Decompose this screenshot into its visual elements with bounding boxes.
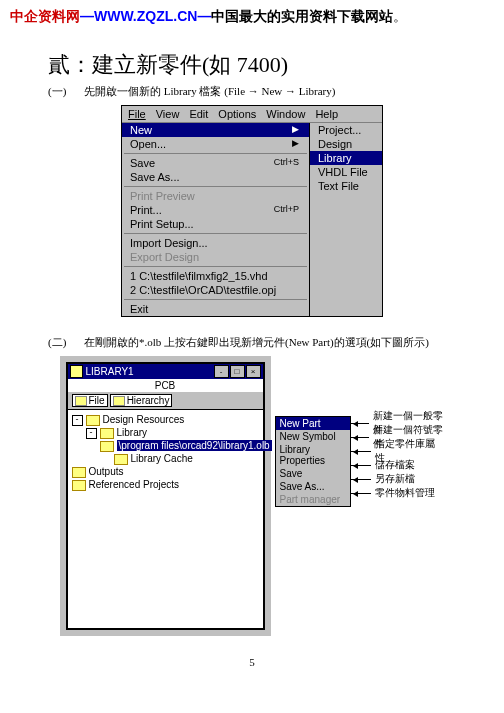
menu-help[interactable]: Help (315, 108, 338, 120)
step-2: (二) 在剛開啟的*.olb 上按右鍵即出現新增元件(New Part)的選項(… (48, 335, 456, 350)
menuitem[interactable]: Open...▶ (122, 137, 309, 151)
tab-file[interactable]: File (72, 394, 108, 407)
hdr-tail: 。 (393, 8, 407, 24)
annotations: 新建一個一般零件新建一個符號零件指定零件庫屬性儲存檔案另存新檔零件物料管理 (351, 416, 445, 507)
folder-icon (100, 441, 114, 452)
menu-view[interactable]: View (156, 108, 180, 120)
file-menu-col1: New▶Open...▶SaveCtrl+SSave As...Print Pr… (122, 123, 310, 316)
page-number: 5 (48, 656, 456, 668)
folder-icon (100, 428, 114, 439)
pcb-label: PCB (68, 379, 263, 392)
tree-node[interactable]: -Library (70, 427, 261, 440)
menuitem[interactable]: 2 C:\testfile\OrCAD\testfile.opj (122, 283, 309, 297)
step-2-num: (二) (48, 335, 74, 350)
menu-edit[interactable]: Edit (189, 108, 208, 120)
tree-node[interactable]: Outputs (70, 466, 261, 479)
menuitem[interactable]: Print...Ctrl+P (122, 203, 309, 217)
menuitem[interactable]: Import Design... (122, 236, 309, 250)
ctx-item[interactable]: New Symbol (276, 430, 350, 443)
max-button[interactable]: □ (230, 365, 245, 378)
tabs: FileHierarchy (68, 392, 263, 409)
window-title: LIBRARY1 (86, 366, 213, 377)
tree-node[interactable]: Referenced Projects (70, 479, 261, 492)
menuitem[interactable]: Save As... (122, 170, 309, 184)
step-1-text: 先開啟一個新的 Library 檔案 (File → New → Library… (84, 84, 335, 99)
page-header: 中企资料网—WWW.ZQZL.CN—中国最大的实用资料下载网站。 (0, 0, 504, 28)
context-menu: New PartNew SymbolLibrary PropertiesSave… (275, 416, 351, 507)
tree-node[interactable]: \program files\orcad92\library1.olb (70, 440, 261, 453)
menuitem[interactable]: Print Setup... (122, 217, 309, 231)
step-2-text: 在剛開啟的*.olb 上按右鍵即出現新增元件(New Part)的選項(如下圖所… (84, 335, 429, 350)
menubar: FileViewEditOptionsWindowHelp (122, 106, 382, 123)
folder-icon (72, 480, 86, 491)
hdr-dash2: — (197, 8, 211, 24)
step-1-num: (一) (48, 84, 74, 99)
folder-icon (114, 454, 128, 465)
tree-pane: -Design Resources-Library\program files\… (68, 409, 263, 628)
annotation: 零件物料管理 (351, 486, 445, 500)
menu-file[interactable]: File (128, 108, 146, 120)
close-button[interactable]: × (246, 365, 261, 378)
hdr-dash1: — (80, 8, 94, 24)
submenu-item[interactable]: Design (310, 137, 382, 151)
section-title: 貳：建立新零件(如 7400) (48, 50, 456, 80)
menuitem[interactable]: Exit (122, 302, 309, 316)
menuitem[interactable]: SaveCtrl+S (122, 156, 309, 170)
submenu-item[interactable]: Library (310, 151, 382, 165)
menuitem: Export Design (122, 250, 309, 264)
library-window: LIBRARY1 - □ × PCB FileHierarchy -Design… (66, 362, 265, 630)
ctx-item[interactable]: Library Properties (276, 443, 350, 467)
file-menu-col2: Project...DesignLibraryVHDL FileText Fil… (310, 123, 382, 316)
ctx-item[interactable]: Save As... (276, 480, 350, 493)
submenu-item[interactable]: VHDL File (310, 165, 382, 179)
hdr-black: 中国最大的实用资料下载网站 (211, 8, 393, 24)
folder-icon (72, 467, 86, 478)
submenu-item[interactable]: Text File (310, 179, 382, 193)
submenu-item[interactable]: Project... (310, 123, 382, 137)
app-icon (70, 365, 83, 378)
hdr-red: 中企资料网 (10, 8, 80, 24)
menuitem[interactable]: New▶ (122, 123, 309, 137)
hdr-blue: WWW.ZQZL.CN (94, 8, 197, 24)
min-button[interactable]: - (214, 365, 229, 378)
step-1: (一) 先開啟一個新的 Library 檔案 (File → New → Lib… (48, 84, 456, 99)
ctx-item: Part manager (276, 493, 350, 506)
menuitem[interactable]: 1 C:\testfile\filmxfig2_15.vhd (122, 269, 309, 283)
menu-window[interactable]: Window (266, 108, 305, 120)
folder-icon (86, 415, 100, 426)
ctx-item[interactable]: Save (276, 467, 350, 480)
tree-node[interactable]: -Design Resources (70, 414, 261, 427)
annotation: 指定零件庫屬性 (351, 444, 445, 458)
tree-node[interactable]: Library Cache (70, 453, 261, 466)
annotation: 另存新檔 (351, 472, 445, 486)
tab-hierarchy[interactable]: Hierarchy (110, 394, 173, 407)
titlebar: LIBRARY1 - □ × (68, 364, 263, 379)
menu-options[interactable]: Options (218, 108, 256, 120)
file-menu: FileViewEditOptionsWindowHelp New▶Open..… (121, 105, 383, 317)
menuitem: Print Preview (122, 189, 309, 203)
ctx-item[interactable]: New Part (276, 417, 350, 430)
